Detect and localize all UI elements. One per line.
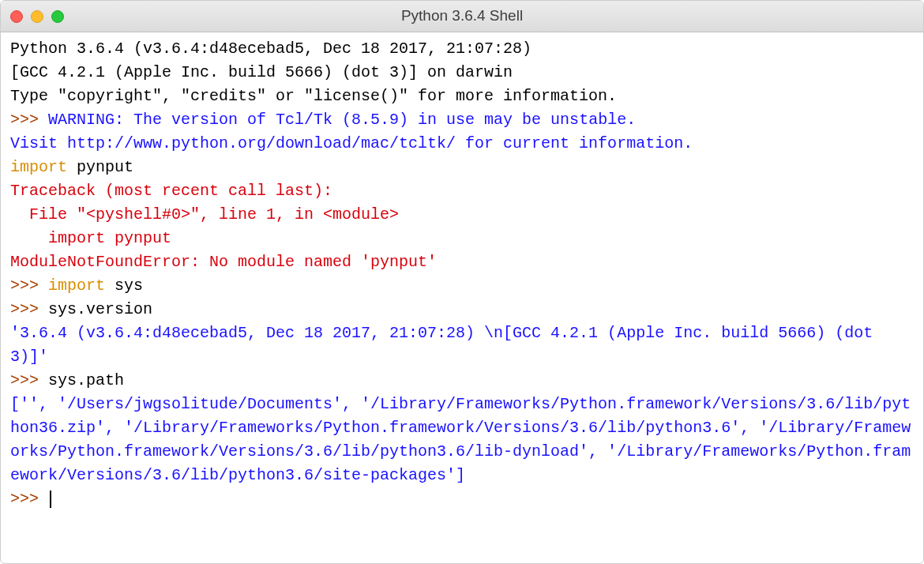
- zoom-icon[interactable]: [51, 10, 64, 23]
- text-cursor: [50, 491, 51, 508]
- prompt: >>>: [10, 111, 48, 129]
- output-version: '3.6.4 (v3.6.4:d48ecebad5, Dec 18 2017, …: [10, 324, 882, 366]
- tcltk-warning: Visit http://www.python.org/download/mac…: [10, 134, 693, 152]
- traffic-lights: [10, 10, 64, 23]
- header-line: [GCC 4.2.1 (Apple Inc. build 5666) (dot …: [10, 63, 513, 81]
- header-line: Python 3.6.4 (v3.6.4:d48ecebad5, Dec 18 …: [10, 39, 541, 58]
- prompt: >>>: [10, 276, 48, 295]
- close-icon[interactable]: [10, 10, 23, 23]
- window-title: Python 3.6.4 Shell: [1, 5, 923, 28]
- header-line: Type "copyright", "credits" or "license(…: [10, 87, 617, 105]
- import-target: sys: [105, 276, 143, 295]
- traceback-error: ModuleNotFoundError: No module named 'py…: [10, 253, 437, 271]
- idle-shell-window: Python 3.6.4 Shell Python 3.6.4 (v3.6.4:…: [0, 0, 924, 564]
- user-command: sys.path: [48, 371, 124, 389]
- traceback-line: import pynput: [10, 229, 171, 247]
- user-command: sys.version: [48, 300, 152, 318]
- prompt: >>>: [10, 371, 48, 389]
- import-target: pynput: [67, 158, 133, 176]
- tcltk-warning: WARNING: The version of Tcl/Tk (8.5.9) i…: [48, 111, 636, 129]
- output-syspath: ['', '/Users/jwgsolitude/Documents', '/L…: [10, 395, 911, 484]
- import-keyword: import: [48, 276, 105, 295]
- minimize-icon[interactable]: [31, 10, 43, 23]
- import-keyword: import: [10, 158, 67, 176]
- traceback-line: Traceback (most recent call last):: [10, 182, 332, 200]
- prompt: >>>: [10, 300, 48, 318]
- titlebar[interactable]: Python 3.6.4 Shell: [1, 1, 923, 32]
- traceback-line: File "<pyshell#0>", line 1, in <module>: [10, 205, 399, 224]
- prompt: >>>: [10, 490, 48, 508]
- shell-output[interactable]: Python 3.6.4 (v3.6.4:d48ecebad5, Dec 18 …: [1, 32, 923, 563]
